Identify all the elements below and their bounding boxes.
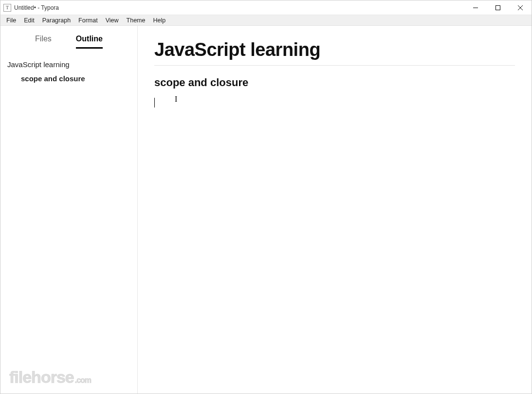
maximize-button[interactable] (487, 0, 509, 15)
menu-format[interactable]: Format (74, 16, 102, 25)
menubar: File Edit Paragraph Format View Theme He… (0, 15, 532, 26)
editor[interactable]: JavaScript learning scope and closure I (138, 26, 532, 394)
minimize-button[interactable] (464, 0, 487, 15)
window-controls (464, 0, 532, 15)
sidebar-tabs: Files Outline (0, 26, 137, 54)
window-title: Untitled• - Typora (14, 4, 59, 11)
close-button[interactable] (509, 0, 532, 15)
menu-theme[interactable]: Theme (123, 16, 149, 25)
titlebar: T Untitled• - Typora (0, 0, 532, 15)
menu-paragraph[interactable]: Paragraph (38, 16, 74, 25)
menu-edit[interactable]: Edit (20, 16, 38, 25)
heading-1[interactable]: JavaScript learning (154, 39, 515, 66)
menu-help[interactable]: Help (149, 16, 169, 25)
tab-outline[interactable]: Outline (76, 35, 103, 49)
editor-caret-line[interactable]: I (154, 98, 515, 109)
sidebar: Files Outline JavaScript learning scope … (0, 26, 138, 394)
ibeam-cursor-icon: I (175, 95, 177, 104)
heading-2[interactable]: scope and closure (154, 76, 515, 89)
svg-rect-1 (496, 5, 500, 10)
text-caret (154, 98, 155, 107)
app-icon: T (3, 4, 11, 12)
outline-panel: JavaScript learning scope and closure (0, 54, 137, 90)
menu-file[interactable]: File (2, 16, 20, 25)
outline-item-h1[interactable]: JavaScript learning (7, 57, 130, 72)
menu-view[interactable]: View (102, 16, 123, 25)
outline-item-h2[interactable]: scope and closure (7, 72, 130, 86)
main-area: Files Outline JavaScript learning scope … (0, 26, 532, 394)
tab-files[interactable]: Files (35, 35, 52, 49)
